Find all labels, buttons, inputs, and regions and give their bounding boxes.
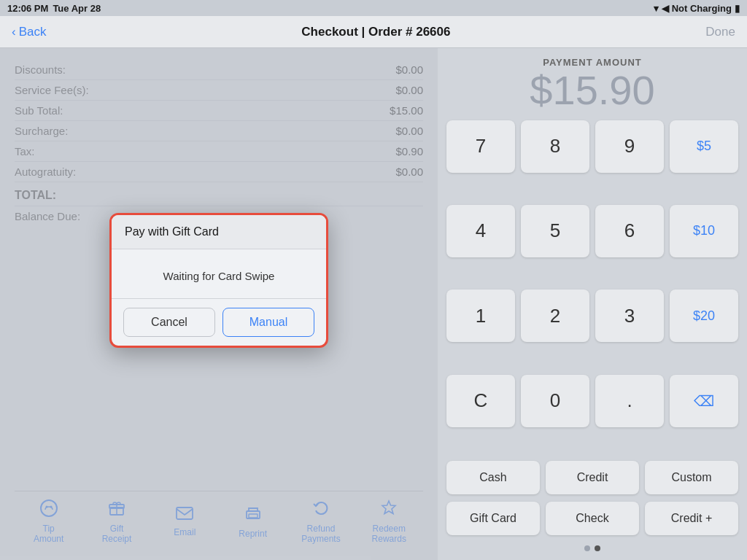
key-backspace[interactable]: ⌫ [670,375,738,427]
payment-amount-label: PAYMENT AMOUNT [446,57,738,68]
key-7[interactable]: 7 [446,120,515,173]
done-button[interactable]: Done [705,25,735,39]
wifi-icon: ▾ [654,3,659,14]
dialog-body: Waiting for Card Swipe [112,249,326,298]
key-5-preset[interactable]: $5 [670,120,738,173]
key-1[interactable]: 1 [446,289,515,342]
dialog-title: Pay with Gift Card [112,215,326,249]
nav-bar: ‹ Back Checkout | Order # 26606 Done [0,16,747,48]
key-4[interactable]: 4 [446,205,515,257]
custom-button[interactable]: Custom [645,461,738,494]
key-clear[interactable]: C [446,375,515,427]
credit-button[interactable]: Credit [546,461,639,494]
time: 12:06 PM [7,3,48,14]
dialog-footer: Cancel Manual [112,298,326,346]
key-5[interactable]: 5 [521,205,589,257]
status-bar-left: 12:06 PM Tue Apr 28 [7,3,101,14]
payment-type-row-2: Gift Card Check Credit + [446,502,738,535]
dot-2 [595,545,600,551]
check-button[interactable]: Check [546,502,639,535]
cash-button[interactable]: Cash [446,461,540,494]
gift-card-dialog: Pay with Gift Card Waiting for Card Swip… [109,213,328,348]
back-button[interactable]: ‹ Back [12,25,46,39]
battery-status: Not Charging [672,3,732,14]
chevron-left-icon: ‹ [12,25,16,39]
status-bar: 12:06 PM Tue Apr 28 ▾ ◀ Not Charging ▮ [0,0,747,16]
key-decimal[interactable]: . [595,375,664,427]
gift-card-button[interactable]: Gift Card [446,502,540,535]
manual-button[interactable]: Manual [222,308,314,337]
pagination-dots [446,545,738,551]
key-2[interactable]: 2 [521,289,589,342]
numpad: 7 8 9 $5 4 5 6 $10 1 2 3 $20 C 0 . ⌫ [446,120,738,454]
key-8[interactable]: 8 [521,120,589,173]
key-3[interactable]: 3 [595,289,664,342]
signal-icon: ◀ [662,3,669,14]
cancel-button[interactable]: Cancel [123,308,215,337]
key-9[interactable]: 9 [595,120,664,173]
key-6[interactable]: 6 [595,205,664,257]
status-bar-right: ▾ ◀ Not Charging ▮ [654,3,740,14]
right-panel: PAYMENT AMOUNT $15.90 7 8 9 $5 4 5 6 $10… [438,48,747,560]
payment-header: PAYMENT AMOUNT $15.90 [446,57,738,113]
dialog-message: Waiting for Card Swipe [125,270,313,282]
credit-plus-button[interactable]: Credit + [645,502,738,535]
payment-type-row-1: Cash Credit Custom [446,461,738,494]
back-label: Back [19,25,47,39]
key-10-preset[interactable]: $10 [670,205,738,257]
key-20-preset[interactable]: $20 [670,289,738,342]
page-title: Checkout | Order # 26606 [301,25,450,39]
payment-amount-value: $15.90 [446,68,738,113]
dot-1 [584,545,590,551]
key-0[interactable]: 0 [521,375,589,427]
date: Tue Apr 28 [53,3,101,14]
battery-icon: ▮ [735,3,740,14]
